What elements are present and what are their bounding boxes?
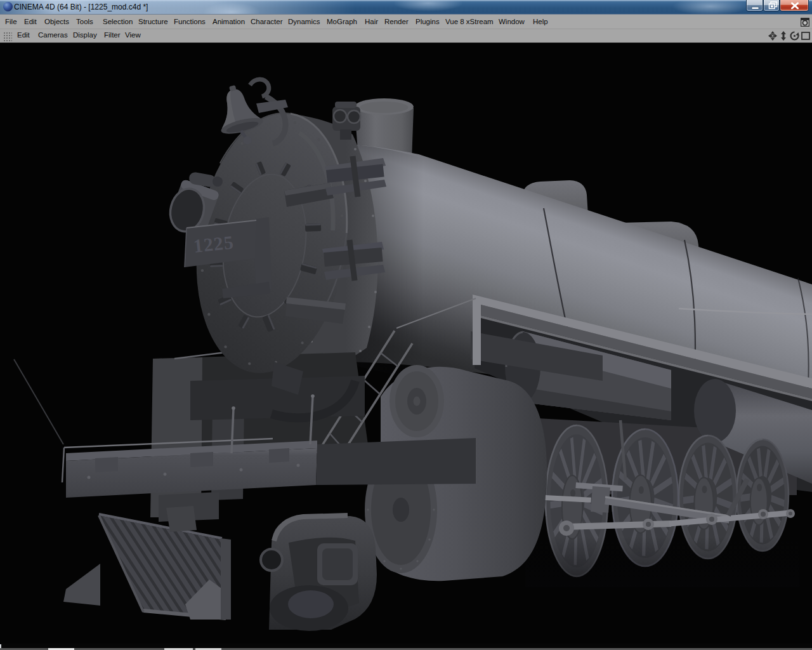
svg-text:1225: 1225 [192,231,235,256]
